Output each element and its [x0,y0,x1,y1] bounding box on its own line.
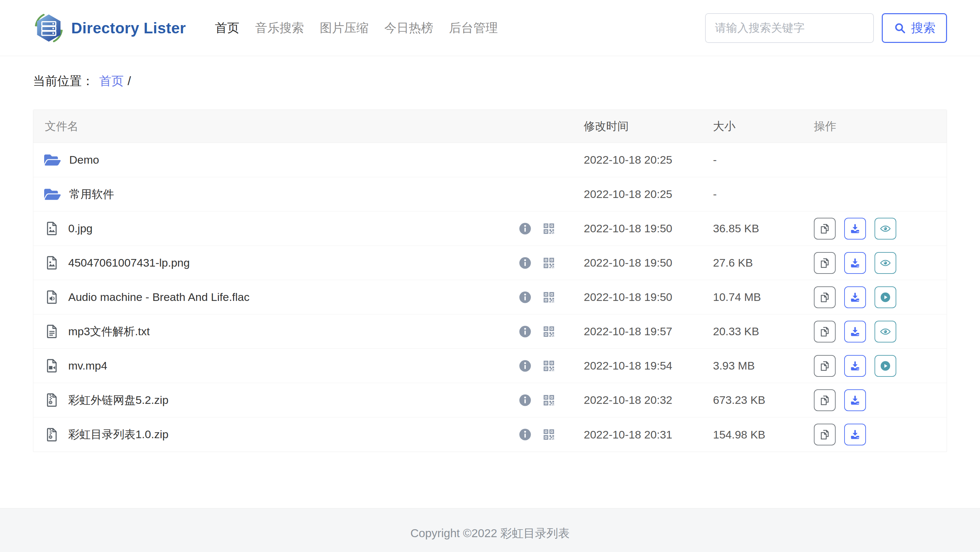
download-button[interactable] [844,389,866,411]
nav-item-image-compress[interactable]: 图片压缩 [320,20,369,36]
file-size: - [713,188,814,201]
qrcode-icon[interactable] [542,359,556,373]
file-name-cell: 45047061007431-lp.png [33,255,584,271]
footer: Copyright ©2022 彩虹目录列表 [0,508,980,552]
breadcrumb: 当前位置：首页/ [0,74,980,88]
video-file-icon [44,358,60,373]
file-name-link[interactable]: 0.jpg [68,222,92,235]
modified-time: 2022-10-18 20:32 [584,394,713,407]
qrcode-icon[interactable] [542,222,556,236]
file-name-link[interactable]: mp3文件解析.txt [68,324,150,339]
file-name-link[interactable]: 45047061007431-lp.png [68,256,190,269]
top-bar: Directory Lister 首页 音乐搜索 图片压缩 今日热榜 后台管理 … [0,0,980,56]
file-name-cell: mv.mp4 [33,358,584,373]
info-icon[interactable] [518,222,532,236]
nav-item-admin[interactable]: 后台管理 [449,20,498,36]
text-file-icon [44,324,60,339]
copy-button[interactable] [814,389,835,411]
zip-file-icon [44,392,60,408]
table-row: 彩虹目录列表1.0.zip2022-10-18 20:31154.98 KB [33,417,947,452]
file-name-cell: 0.jpg [33,221,584,236]
row-actions [814,218,947,239]
info-icon[interactable] [518,393,532,407]
copy-button[interactable] [814,355,835,377]
download-button[interactable] [844,286,866,308]
download-button[interactable] [844,355,866,377]
nav-item-hot-list[interactable]: 今日热榜 [384,20,433,36]
file-size: - [713,153,814,166]
image-file-icon [44,255,60,271]
folder-link[interactable]: 常用软件 [69,187,114,202]
breadcrumb-home-link[interactable]: 首页 [99,74,124,88]
search-icon [893,21,907,35]
preview-button[interactable] [875,252,896,274]
file-name-link[interactable]: 彩虹目录列表1.0.zip [68,427,169,442]
search-button[interactable]: 搜索 [882,13,947,43]
info-icon[interactable] [518,325,532,338]
download-button[interactable] [844,218,866,239]
file-badges [518,222,556,236]
info-icon[interactable] [518,428,532,442]
info-icon[interactable] [518,290,532,304]
nav-item-home[interactable]: 首页 [215,20,239,36]
folder-file-icon [44,186,60,203]
file-name-link[interactable]: mv.mp4 [68,359,107,372]
modified-time: 2022-10-18 20:25 [584,153,713,166]
zip-file-icon [44,427,60,442]
file-badges [518,359,556,373]
copy-button[interactable] [814,321,835,343]
page: Directory Lister 首页 音乐搜索 图片压缩 今日热榜 后台管理 … [0,0,980,552]
info-icon[interactable] [518,359,532,373]
copy-button[interactable] [814,218,835,239]
qrcode-icon[interactable] [542,325,556,338]
folder-link[interactable]: Demo [69,153,99,166]
file-name-link[interactable]: Audio machine - Breath And Life.flac [68,291,250,303]
file-name-cell: Demo [33,152,584,168]
table-body: Demo2022-10-18 20:25-常用软件2022-10-18 20:2… [33,143,947,452]
nav-item-music-search[interactable]: 音乐搜索 [255,20,304,36]
folder-file-icon [44,152,60,168]
play-button[interactable] [875,286,896,308]
file-size: 3.93 MB [713,359,814,372]
file-badges [518,256,556,270]
search-input[interactable] [705,13,874,43]
audio-file-icon [44,289,60,305]
preview-button[interactable] [875,218,896,239]
search-area: 搜索 [705,13,947,43]
row-actions [814,389,947,411]
copy-button[interactable] [814,424,835,445]
download-button[interactable] [844,424,866,445]
qrcode-icon[interactable] [542,256,556,270]
modified-time: 2022-10-18 20:25 [584,188,713,201]
download-button[interactable] [844,252,866,274]
brand-logo-icon [33,12,65,44]
download-button[interactable] [844,321,866,343]
file-badges [518,428,556,442]
image-file-icon [44,221,60,236]
file-badges [518,393,556,407]
copy-button[interactable] [814,286,835,308]
file-name-cell: 彩虹目录列表1.0.zip [33,427,584,442]
modified-time: 2022-10-18 19:50 [584,222,713,235]
copy-button[interactable] [814,252,835,274]
table-row: 彩虹外链网盘5.2.zip2022-10-18 20:32673.23 KB [33,383,947,417]
preview-button[interactable] [875,321,896,343]
brand-name: Directory Lister [71,19,186,37]
play-button[interactable] [875,355,896,377]
qrcode-icon[interactable] [542,290,556,304]
row-actions [814,321,947,343]
qrcode-icon[interactable] [542,393,556,407]
file-name-cell: 常用软件 [33,186,584,203]
file-size: 673.23 KB [713,394,814,407]
column-header-size: 大小 [713,119,814,134]
column-header-actions: 操作 [814,119,947,134]
file-badges [518,325,556,338]
info-icon[interactable] [518,256,532,270]
file-name-link[interactable]: 彩虹外链网盘5.2.zip [68,392,169,408]
modified-time: 2022-10-18 20:31 [584,428,713,441]
table-row: 45047061007431-lp.png2022-10-18 19:5027.… [33,246,947,280]
file-name-cell: Audio machine - Breath And Life.flac [33,289,584,305]
file-table: 文件名 修改时间 大小 操作 Demo2022-10-18 20:25-常用软件… [33,110,947,452]
brand[interactable]: Directory Lister [33,12,186,44]
qrcode-icon[interactable] [542,428,556,442]
